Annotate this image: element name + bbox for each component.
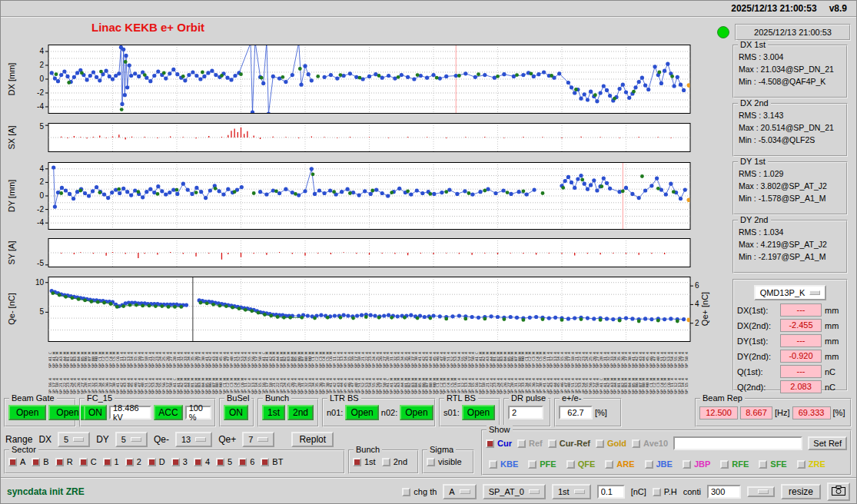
checkbox-indicator[interactable] (759, 460, 767, 469)
sector-checkbox-1[interactable]: 1 (103, 457, 119, 466)
checkbox-indicator[interactable] (653, 488, 661, 496)
sigma-checkbox-visible[interactable]: visible (427, 457, 462, 466)
count-select[interactable] (747, 486, 775, 497)
checkbox-indicator[interactable] (261, 458, 269, 466)
checkbox-label: 1st (364, 457, 376, 466)
sector-checkbox-5[interactable]: 5 (216, 457, 232, 466)
checkbox-indicator[interactable] (402, 488, 410, 496)
sector-checkbox-2[interactable]: 2 (125, 457, 141, 466)
checkbox-indicator[interactable] (517, 439, 526, 448)
fc15-on-button[interactable]: ON (84, 405, 107, 420)
checkbox-indicator[interactable] (79, 458, 88, 466)
beam-gate-open-button-1[interactable]: Open (8, 405, 46, 420)
sigma-label: Sigma (427, 445, 456, 455)
range-dy-select[interactable]: 5 (115, 432, 148, 447)
checkbox-indicator[interactable] (548, 439, 556, 448)
set-ref-input[interactable] (673, 436, 802, 450)
sector-checkbox-r[interactable]: R (55, 457, 73, 466)
sector-checkbox-4[interactable]: 4 (194, 457, 210, 466)
bunch-checkbox-2nd[interactable]: 2nd (382, 457, 407, 466)
count-input[interactable] (707, 485, 741, 499)
sector-checkbox-3[interactable]: 3 (171, 457, 188, 466)
show-checkbox-ref[interactable]: Ref (517, 439, 543, 448)
show-checkbox-jbe[interactable]: JBE (645, 459, 673, 469)
busel-on-button[interactable]: ON (224, 405, 248, 420)
bunch-checkbox-1st[interactable]: 1st (353, 457, 376, 466)
checkbox-indicator[interactable] (720, 460, 729, 469)
bunch-1st-button[interactable]: 1st (262, 405, 285, 420)
checkbox-indicator[interactable] (566, 460, 575, 469)
threshold-input[interactable] (597, 485, 625, 499)
show-checkbox-sfe[interactable]: SFE (759, 459, 786, 469)
checkbox-indicator[interactable] (103, 458, 111, 466)
bpm-name-label: SP_A1_C (475, 345, 479, 368)
checkbox-indicator[interactable] (32, 458, 40, 466)
checkbox-indicator[interactable] (427, 458, 435, 466)
sector-select[interactable]: A (443, 484, 476, 499)
checkbox-indicator[interactable] (148, 458, 156, 466)
checkbox-indicator[interactable] (605, 460, 613, 469)
bpm-select[interactable]: SP_AT_0 (483, 484, 546, 499)
checkbox-indicator[interactable] (382, 458, 390, 466)
checkbox-indicator[interactable] (353, 458, 361, 466)
bpm-name-label: SP_C3_M (532, 345, 536, 368)
monitor-row-label: Q(2nd): (737, 383, 777, 392)
sector-checkbox-b[interactable]: B (32, 457, 48, 466)
ltr-n02-open-button[interactable]: Open (400, 405, 433, 420)
sector-checkbox-6[interactable]: 6 (238, 457, 254, 466)
checkbox-indicator[interactable] (489, 460, 497, 469)
show-checkbox-jbp[interactable]: JBP (683, 459, 710, 469)
dx-orbit-plot: 420-2-4 (30, 45, 706, 114)
show-checkbox-zre[interactable]: ZRE (797, 459, 825, 469)
checkbox-indicator[interactable] (596, 439, 604, 448)
bunch-2nd-button[interactable]: 2nd (287, 405, 314, 420)
checkbox-indicator[interactable] (797, 460, 806, 469)
show-checkbox-qfe[interactable]: QFE (566, 459, 596, 469)
screenshot-button[interactable] (827, 482, 850, 501)
show-checkbox-rfe[interactable]: RFE (720, 459, 749, 469)
sector-checkbox-c[interactable]: C (79, 457, 97, 466)
checkbox-label: visible (438, 457, 462, 466)
checkbox-indicator[interactable] (528, 460, 536, 469)
rtl-s01-open-button[interactable]: Open (462, 405, 495, 420)
monitor-select[interactable]: QMD13P_K (754, 285, 827, 300)
show-checkbox-kbe[interactable]: KBE (489, 459, 518, 469)
bpm-name-label: SP_C3_M (105, 345, 109, 368)
show-checkbox-ave10[interactable]: Ave10 (632, 439, 668, 448)
checkbox-indicator[interactable] (645, 460, 653, 469)
range-qe-plus-select[interactable]: 7 (242, 432, 274, 447)
checkbox-indicator[interactable] (194, 458, 202, 466)
checkbox-indicator[interactable] (8, 458, 17, 466)
checkbox-indicator[interactable] (125, 458, 134, 466)
show-checkbox-gold[interactable]: Gold (596, 439, 626, 448)
bpm-name-label: SP_41_4 (543, 369, 546, 394)
checkbox-indicator[interactable] (216, 458, 224, 466)
checkbox-indicator[interactable] (486, 439, 494, 448)
range-dx-select[interactable]: 5 (58, 432, 90, 447)
checkbox-indicator[interactable] (632, 439, 640, 448)
checkbox-indicator[interactable] (55, 458, 64, 466)
sector-checkbox-a[interactable]: A (8, 457, 25, 466)
show-checkbox-pfe[interactable]: PFE (528, 459, 556, 469)
set-ref-button[interactable]: Set Ref (808, 436, 847, 450)
chg-th-checkbox[interactable]: chg th (402, 487, 437, 496)
checkbox-indicator[interactable] (683, 460, 691, 469)
show-checkbox-are[interactable]: ARE (605, 459, 634, 469)
checkbox-indicator[interactable] (238, 458, 247, 466)
bpm-name-label: SP_41_4 (116, 369, 120, 394)
svg-text:4: 4 (39, 47, 44, 55)
show-checkbox-cur[interactable]: Cur (486, 439, 512, 448)
sector-checkbox-bt[interactable]: BT (261, 457, 283, 466)
sector-checkbox-d[interactable]: D (148, 457, 165, 466)
show-checkbox-cur-ref[interactable]: Cur-Ref (548, 439, 590, 448)
svg-text:2: 2 (695, 319, 699, 327)
resize-button[interactable]: resize (781, 484, 821, 499)
range-qe-minus-select[interactable]: 13 (175, 432, 212, 447)
dr-pulse-input[interactable] (508, 406, 543, 419)
fc15-acc-button[interactable]: ACC (154, 405, 182, 420)
replot-button[interactable]: Replot (291, 432, 334, 447)
ltr-n01-open-button[interactable]: Open (345, 405, 378, 420)
bunch-order-select[interactable]: 1st (552, 484, 591, 499)
checkbox-indicator[interactable] (171, 458, 180, 466)
ph-checkbox[interactable]: P.H (653, 487, 677, 496)
